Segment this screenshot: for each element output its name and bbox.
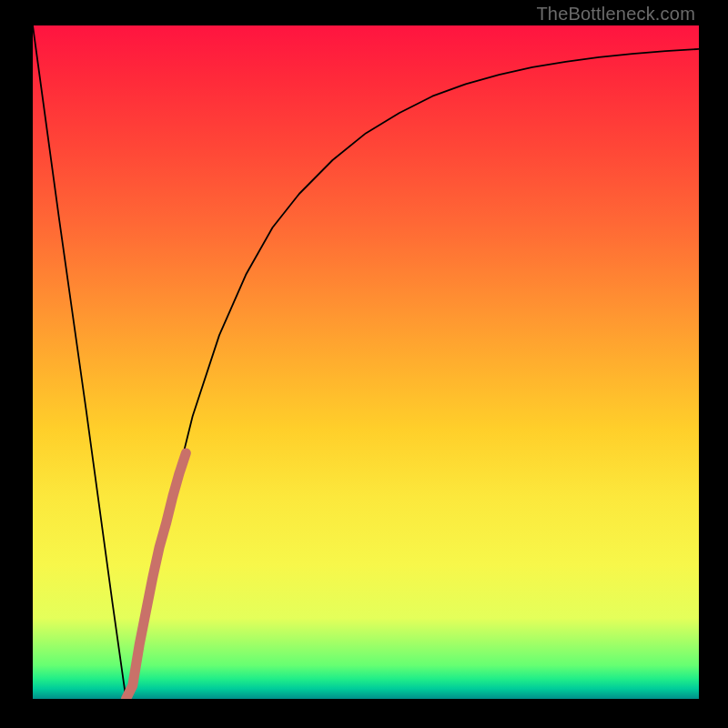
plot-svg [33,25,699,699]
highlight-segment [126,453,186,699]
chart-frame: TheBottleneck.com [0,0,728,728]
plot-area [33,25,699,699]
bottleneck-curve [33,25,699,699]
watermark-text: TheBottleneck.com [536,4,695,25]
